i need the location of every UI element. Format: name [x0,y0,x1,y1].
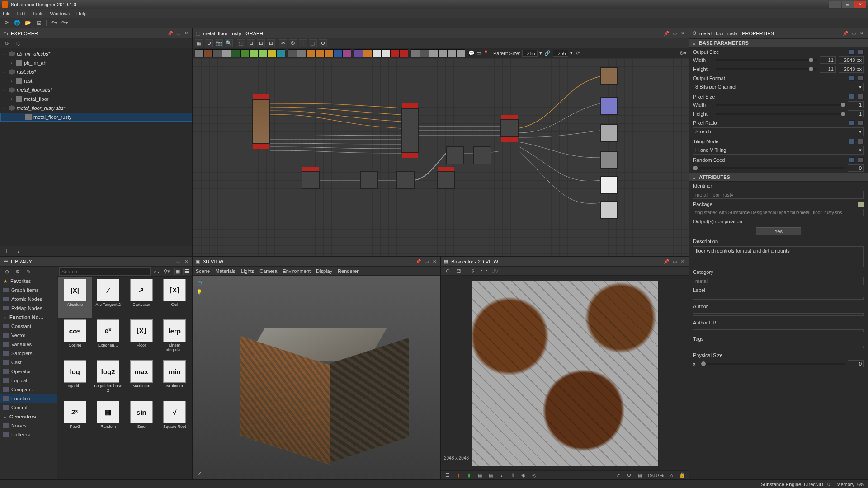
palette-node[interactable] [429,49,438,57]
link-icon[interactable]: ⬡ [15,40,22,47]
output-format-dropdown[interactable]: 8 Bits per Channel▾ [693,83,864,91]
open-icon[interactable]: 📂 [24,19,32,27]
palette-node[interactable] [315,49,324,57]
identifier-field[interactable]: metal_floor_rusty [693,191,864,199]
library-item[interactable]: logLogarith… [58,359,92,399]
palette-node[interactable] [411,49,420,57]
light-icon[interactable]: 💡 [196,288,203,296]
pin-icon[interactable]: 📌 [842,30,849,37]
view3d-menu[interactable]: Display [316,268,332,274]
library-item[interactable]: ⌈X⌉Ceil [158,277,192,318]
lib-cat[interactable]: FxMap Nodes [0,304,57,313]
view3d-menu[interactable]: Scene [196,268,210,274]
close-panel-icon[interactable]: ✕ [431,258,438,265]
channel-alpha-icon[interactable]: ▦ [487,472,495,479]
tree-pkg[interactable]: ⌄rust.sbs* [0,67,192,76]
lib-cat[interactable]: Constant [0,322,57,331]
width-slider[interactable] [716,59,817,61]
view3d-menu[interactable]: Environment [283,268,311,274]
description-field[interactable]: floor with controls for rust and dirt am… [693,246,864,267]
graph-node[interactable] [396,171,415,189]
palette-node[interactable] [267,49,276,57]
view3d-menu[interactable]: Lights [241,268,254,274]
maximize-panel-icon[interactable]: ▭ [671,258,678,265]
tool-icon[interactable]: ⊕ [205,39,213,47]
camera-icon[interactable]: 📹 [196,278,203,286]
histogram-icon[interactable]: ⫴ [509,472,516,479]
lib-cat[interactable]: Samplers [0,349,57,358]
outputs-comp-button[interactable]: Yes [756,227,801,235]
library-item[interactable]: lerpLinear Interpola… [158,318,192,359]
inherit-icon[interactable] [849,75,855,81]
close-panel-icon[interactable]: ✕ [859,30,865,37]
lib-cat[interactable]: Compari… [0,385,57,394]
refresh-icon[interactable]: ⟳ [3,40,10,47]
viewport-2d[interactable]: 2048 x 2048 [441,276,689,470]
graph-node[interactable] [360,171,378,189]
lib-cat[interactable]: Patterns [0,430,57,439]
menu-tools[interactable]: Tools [32,11,44,16]
palette-node[interactable] [297,49,306,57]
library-item[interactable]: log2Logarithm base 2 [92,359,125,399]
tiling-dropdown[interactable]: H and V Tiling▾ [693,146,864,155]
maximize-panel-icon[interactable]: ▭ [423,258,429,265]
pin-icon[interactable]: 📌 [663,30,670,37]
comment-icon[interactable]: 💬 [468,50,475,57]
base-params-header[interactable]: BASE PARAMETERS [699,40,749,46]
palette-node[interactable] [390,49,399,57]
reset-icon[interactable] [858,94,864,99]
function-nodes-header[interactable]: ⌄Function No… [0,313,57,322]
lib-cat[interactable]: Graph Items [0,286,57,295]
graph-node[interactable] [473,146,491,164]
library-item[interactable]: minMinimum [158,359,192,399]
filter-icon[interactable]: ⌕▾ [153,268,160,275]
pixel-ratio-dropdown[interactable]: Stretch▾ [693,127,864,136]
close-panel-icon[interactable]: ✕ [679,258,686,265]
reset-icon[interactable] [858,120,864,126]
reset-icon[interactable] [858,139,864,144]
palette-node[interactable] [456,49,465,57]
lib-cat[interactable]: Operator [0,367,57,376]
lib-cat[interactable]: Control [0,403,57,412]
palette-node[interactable] [258,49,267,57]
graph-node[interactable] [500,119,519,137]
split-icon[interactable]: ⋮⋮ [481,267,488,275]
reset-icon[interactable] [858,157,864,163]
generators-header[interactable]: ⌄Generators [0,412,57,421]
palette-node[interactable] [381,49,390,57]
info-icon[interactable]: i [498,472,505,479]
save-all-icon[interactable]: 🖫 [35,19,42,27]
inherit-icon[interactable] [849,94,855,99]
output-node[interactable] [600,176,618,194]
channel-r-icon[interactable]: ▮ [455,472,462,479]
grid-icon[interactable]: ▦ [637,472,644,479]
lib-cat[interactable]: Cast [0,358,57,367]
undo-icon[interactable]: ↶▾ [50,19,57,27]
tool-icon[interactable]: 🔍 [225,39,233,47]
tree-pkg[interactable]: ⌄pb_mr_ah.sbs* [0,49,192,58]
library-item[interactable]: √Square Root [158,399,192,440]
filter2-icon[interactable]: ⚲▾ [163,268,170,275]
copy-icon[interactable]: ⎘ [470,267,477,275]
category-field[interactable]: metal [693,277,864,285]
view3d-menu[interactable]: Materials [215,268,236,274]
expand-icon[interactable]: ⤢ [196,469,203,477]
tree-graph[interactable]: ›rust [0,76,192,85]
tool-icon[interactable]: ⊞ [267,39,275,47]
pin-icon[interactable]: 📌 [415,258,421,265]
graph-node[interactable] [401,108,419,153]
pin-icon[interactable]: 📌 [167,30,173,37]
palette-node[interactable] [324,49,333,57]
tool-icon[interactable]: ✂ [279,39,287,47]
graph-node[interactable] [252,99,270,144]
settings-icon[interactable]: ⚙▾ [679,50,687,57]
tool-icon[interactable]: ▢ [309,39,317,47]
link-icon[interactable]: 🔗 [544,50,551,57]
view3d-menu[interactable]: Renderer [338,268,359,274]
graph-node[interactable] [437,171,455,189]
close-panel-icon[interactable]: ✕ [679,30,686,37]
lib-cat[interactable]: Vector [0,331,57,340]
output-node[interactable] [600,124,618,142]
save-icon[interactable]: 🖫 [455,267,462,275]
refresh-icon[interactable]: ⟳ [3,19,10,27]
